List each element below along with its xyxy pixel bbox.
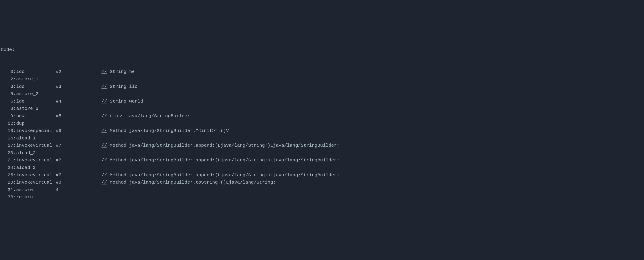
colon: : bbox=[13, 76, 16, 83]
bytecode-line: 21: invokevirtual#7// Method java/lang/S… bbox=[0, 156, 644, 164]
bytecode-line: 3: ldc#3// String llo bbox=[0, 83, 644, 90]
operand: #7 bbox=[56, 156, 102, 164]
offset: 28 bbox=[0, 179, 13, 186]
instruction: ldc bbox=[16, 83, 56, 90]
bytecode-listing: Code: 0: ldc#2// String he2: astore_13: … bbox=[0, 31, 644, 208]
instruction: invokevirtual bbox=[16, 179, 56, 186]
bytecode-line: 28: invokevirtual#8// Method java/lang/S… bbox=[0, 179, 644, 186]
bytecode-line: 33: return bbox=[0, 194, 644, 201]
operand: #5 bbox=[56, 112, 102, 120]
instruction: ldc bbox=[16, 98, 56, 105]
comment-prefix: // bbox=[102, 83, 107, 90]
instruction: astore_2 bbox=[16, 90, 56, 98]
operand: 4 bbox=[56, 186, 102, 194]
bytecode-line: 24: aload_3 bbox=[0, 164, 644, 172]
colon: : bbox=[13, 172, 16, 179]
operand: #4 bbox=[56, 98, 102, 105]
offset: 17 bbox=[0, 142, 13, 149]
colon: : bbox=[13, 127, 16, 134]
instruction: new bbox=[16, 112, 56, 120]
header-text: Code: bbox=[1, 46, 15, 54]
comment: Method java/lang/StringBuilder.toString:… bbox=[107, 179, 276, 186]
offset: 0 bbox=[0, 68, 13, 76]
operand: #8 bbox=[56, 179, 102, 186]
operand: #7 bbox=[56, 142, 102, 149]
comment: Method java/lang/StringBuilder."<init>":… bbox=[107, 127, 229, 134]
bytecode-line: 6: ldc#4// String world bbox=[0, 98, 644, 105]
instruction: astore bbox=[16, 186, 56, 194]
colon: : bbox=[13, 83, 16, 90]
bytecode-line: 25: invokevirtual#7// Method java/lang/S… bbox=[0, 172, 644, 179]
offset: 31 bbox=[0, 186, 13, 194]
instruction: dup bbox=[16, 120, 56, 127]
colon: : bbox=[13, 112, 16, 120]
bytecode-line: 17: invokevirtual#7// Method java/lang/S… bbox=[0, 142, 644, 149]
comment: Method java/lang/StringBuilder.append:(L… bbox=[107, 172, 340, 179]
operand: #6 bbox=[56, 127, 102, 134]
comment-prefix: // bbox=[102, 112, 107, 120]
offset: 5 bbox=[0, 90, 13, 98]
offset: 6 bbox=[0, 98, 13, 105]
instruction: aload_2 bbox=[16, 149, 56, 157]
bytecode-line: 20: aload_2 bbox=[0, 149, 644, 157]
bytecode-line: 12: dup bbox=[0, 120, 644, 127]
comment-prefix: // bbox=[102, 156, 107, 164]
colon: : bbox=[13, 98, 16, 105]
offset: 33 bbox=[0, 194, 13, 201]
instruction: invokevirtual bbox=[16, 142, 56, 149]
comment: String llo bbox=[107, 83, 138, 90]
comment: Method java/lang/StringBuilder.append:(L… bbox=[107, 142, 340, 149]
comment-prefix: // bbox=[102, 179, 107, 186]
offset: 2 bbox=[0, 76, 13, 83]
offset: 3 bbox=[0, 83, 13, 90]
bytecode-line: 9: new#5// class java/lang/StringBuilder bbox=[0, 112, 644, 120]
comment-prefix: // bbox=[102, 127, 107, 134]
offset: 9 bbox=[0, 112, 13, 120]
instruction: aload_1 bbox=[16, 134, 56, 142]
colon: : bbox=[13, 186, 16, 194]
colon: : bbox=[13, 149, 16, 157]
colon: : bbox=[13, 90, 16, 98]
colon: : bbox=[13, 156, 16, 164]
bytecode-line: 5: astore_2 bbox=[0, 90, 644, 98]
operand: #3 bbox=[56, 83, 102, 90]
colon: : bbox=[13, 68, 16, 76]
offset: 13 bbox=[0, 127, 13, 134]
comment: class java/lang/StringBuilder bbox=[107, 112, 190, 120]
comment-prefix: // bbox=[102, 142, 107, 149]
colon: : bbox=[13, 164, 16, 172]
offset: 16 bbox=[0, 134, 13, 142]
instruction: invokevirtual bbox=[16, 156, 56, 164]
comment: Method java/lang/StringBuilder.append:(L… bbox=[107, 156, 340, 164]
bytecode-lines: 0: ldc#2// String he2: astore_13: ldc#3/… bbox=[0, 68, 644, 201]
instruction: ldc bbox=[16, 68, 56, 76]
code-header: Code: bbox=[0, 46, 644, 54]
comment: String world bbox=[107, 98, 143, 105]
colon: : bbox=[13, 120, 16, 127]
bytecode-line: 0: ldc#2// String he bbox=[0, 68, 644, 76]
offset: 21 bbox=[0, 156, 13, 164]
instruction: aload_3 bbox=[16, 164, 56, 172]
instruction: astore_1 bbox=[16, 76, 56, 83]
colon: : bbox=[13, 105, 16, 112]
instruction: return bbox=[16, 194, 56, 201]
offset: 12 bbox=[0, 120, 13, 127]
colon: : bbox=[13, 134, 16, 142]
comment-prefix: // bbox=[102, 68, 107, 76]
colon: : bbox=[13, 194, 16, 201]
offset: 8 bbox=[0, 105, 13, 112]
bytecode-line: 2: astore_1 bbox=[0, 76, 644, 83]
offset: 24 bbox=[0, 164, 13, 172]
comment: String he bbox=[107, 68, 135, 76]
instruction: astore_3 bbox=[16, 105, 56, 112]
offset: 25 bbox=[0, 172, 13, 179]
bytecode-line: 8: astore_3 bbox=[0, 105, 644, 112]
offset: 20 bbox=[0, 149, 13, 157]
operand: #7 bbox=[56, 172, 102, 179]
bytecode-line: 16: aload_1 bbox=[0, 134, 644, 142]
bytecode-line: 13: invokespecial#6// Method java/lang/S… bbox=[0, 127, 644, 134]
operand: #2 bbox=[56, 68, 102, 76]
comment-prefix: // bbox=[102, 172, 107, 179]
colon: : bbox=[13, 179, 16, 186]
instruction: invokevirtual bbox=[16, 172, 56, 179]
